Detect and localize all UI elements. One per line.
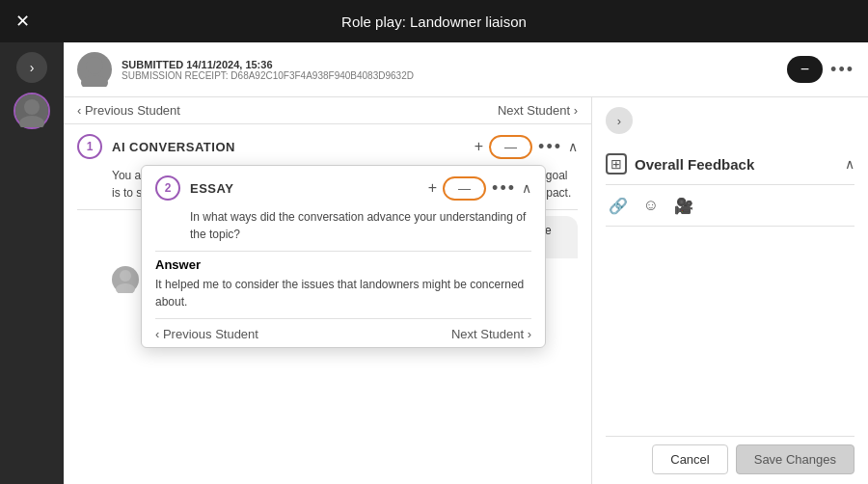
- bottom-actions: Cancel Save Changes: [606, 436, 854, 474]
- cancel-button[interactable]: Cancel: [652, 444, 727, 474]
- section2-add-button[interactable]: +: [428, 179, 437, 197]
- student-avatar-sidebar[interactable]: [14, 93, 50, 129]
- overall-feedback-left: ⊞ Overall Feedback: [606, 153, 754, 175]
- right-panel-expand-button[interactable]: ›: [606, 107, 633, 134]
- section1-collapse-button[interactable]: ∧: [568, 139, 578, 154]
- section1-more-button[interactable]: •••: [538, 137, 562, 157]
- format-emoji-button[interactable]: ☺: [638, 193, 664, 218]
- next-student-button-essay[interactable]: Next Student ›: [451, 327, 531, 341]
- svg-point-3: [81, 75, 108, 87]
- section2-grade-pill[interactable]: —: [443, 176, 486, 201]
- submission-actions: − •••: [787, 56, 854, 83]
- section2-collapse-button[interactable]: ∧: [522, 180, 531, 196]
- section1-header: 1 AI CONVERSATION + — ••• ∧: [77, 134, 578, 159]
- section1-tools: + — ••• ∧: [475, 135, 578, 159]
- section2-description: In what ways did the conversation advanc…: [155, 208, 531, 243]
- section2-title: ESSAY: [190, 181, 419, 196]
- section2-divider: [155, 251, 531, 252]
- submission-receipt: SUBMISSION RECEIPT: D68A92C10F3F4A938F94…: [122, 70, 414, 81]
- format-link-button[interactable]: 🔗: [606, 193, 631, 218]
- right-panel-top: ›: [606, 107, 854, 134]
- essay-overlay-card: 2 ESSAY + — ••• ∧ In what ways did the c…: [141, 165, 546, 348]
- svg-point-2: [86, 57, 103, 74]
- left-panel: ‹ Previous Student Next Student › 1 AI C…: [64, 97, 592, 484]
- submission-info: SUBMITTED 14/11/2024, 15:36 SUBMISSION R…: [77, 52, 414, 87]
- svg-point-1: [19, 116, 44, 127]
- section2-header: 2 ESSAY + — ••• ∧: [155, 175, 531, 201]
- grade-minus-button[interactable]: −: [787, 56, 823, 83]
- content-area: SUBMITTED 14/11/2024, 15:36 SUBMISSION R…: [64, 42, 868, 484]
- format-video-button[interactable]: 🎥: [671, 193, 696, 218]
- chevron-right-icon: ›: [617, 114, 621, 128]
- section2-tools: + — ••• ∧: [428, 176, 531, 201]
- svg-point-0: [24, 99, 40, 115]
- format-toolbar: 🔗 ☺ 🎥: [606, 185, 854, 227]
- prev-student-button-top[interactable]: ‹ Previous Student: [77, 103, 180, 118]
- save-changes-button[interactable]: Save Changes: [736, 444, 854, 474]
- close-button[interactable]: ✕: [15, 11, 30, 32]
- main-layout: › SUBMITTED 14/11/2024,: [0, 42, 868, 484]
- svg-point-4: [120, 270, 131, 282]
- section2-answer-text: It helped me to consider the issues that…: [155, 276, 531, 310]
- overall-feedback-title: Overall Feedback: [635, 156, 754, 173]
- sidebar-expand-button[interactable]: ›: [16, 52, 47, 83]
- overall-feedback-icon: ⊞: [606, 153, 627, 175]
- left-sidebar: ›: [0, 42, 64, 484]
- section2-answer-label: Answer: [155, 257, 531, 272]
- student-nav-top: ‹ Previous Student Next Student ›: [64, 97, 591, 124]
- section2-number: 2: [155, 175, 180, 201]
- student-avatar: [77, 52, 112, 87]
- svg-point-5: [116, 283, 135, 293]
- section1-add-button[interactable]: +: [475, 138, 483, 155]
- avatar-icon: [15, 94, 48, 127]
- submission-text: SUBMITTED 14/11/2024, 15:36 SUBMISSION R…: [122, 59, 414, 81]
- right-panel: › ⊞ Overall Feedback ∧ 🔗 ☺ 🎥: [592, 97, 868, 484]
- feedback-textarea[interactable]: [606, 227, 854, 436]
- overall-feedback-collapse-button[interactable]: ∧: [845, 156, 854, 172]
- submission-header: SUBMITTED 14/11/2024, 15:36 SUBMISSION R…: [64, 42, 868, 97]
- top-bar: ✕ Role play: Landowner liaison: [0, 0, 868, 42]
- two-column-layout: ‹ Previous Student Next Student › 1 AI C…: [64, 97, 868, 484]
- page-title: Role play: Landowner liaison: [341, 13, 527, 30]
- section1-title: AI CONVERSATION: [112, 140, 465, 154]
- submission-timestamp: SUBMITTED 14/11/2024, 15:36: [122, 59, 414, 70]
- ai-avatar: [112, 266, 139, 293]
- essay-student-nav: ‹ Previous Student Next Student ›: [155, 318, 531, 347]
- section1-number: 1: [77, 134, 102, 159]
- section1-grade-pill[interactable]: —: [489, 135, 532, 159]
- prev-student-button-essay[interactable]: ‹ Previous Student: [155, 327, 258, 341]
- submission-more-button[interactable]: •••: [830, 60, 854, 80]
- next-student-button-top[interactable]: Next Student ›: [498, 103, 578, 118]
- section2-more-button[interactable]: •••: [492, 178, 516, 199]
- overall-feedback-row: ⊞ Overall Feedback ∧: [606, 144, 854, 185]
